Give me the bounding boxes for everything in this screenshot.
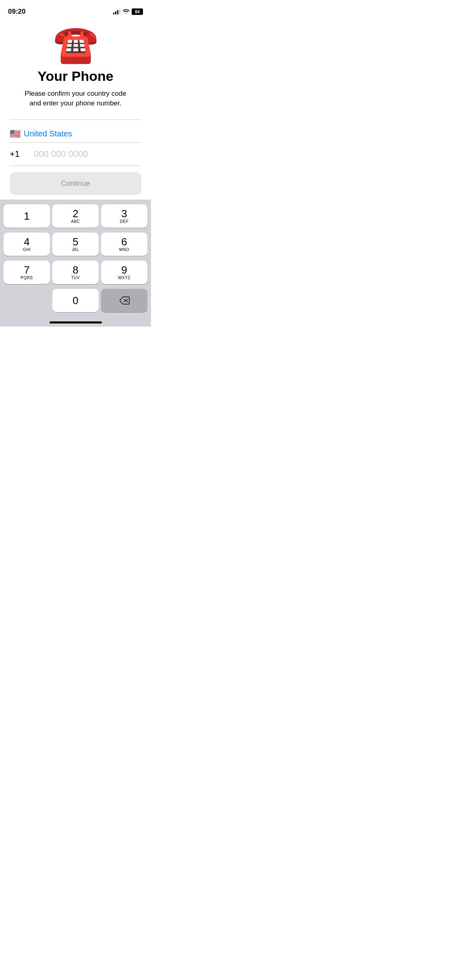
status-time: 09:20: [8, 8, 25, 16]
page-title: Your Phone: [37, 68, 113, 84]
keyboard-row-3: 7 PQRS 8 TUV 9 WXYZ: [2, 261, 149, 284]
battery-icon: 84: [132, 8, 143, 15]
key-1[interactable]: 1: [4, 204, 50, 228]
keyboard: 1 2 ABC 3 DEF 4 GHI 5 JKL 6 MNO 7 PQRS: [0, 200, 151, 327]
bottom-divider: [10, 165, 141, 166]
keyboard-row-1: 1 2 ABC 3 DEF: [2, 204, 149, 228]
country-code: +1: [10, 149, 24, 159]
delete-icon: [119, 296, 130, 305]
keyboard-row-2: 4 GHI 5 JKL 6 MNO: [2, 233, 149, 256]
continue-button[interactable]: Continue: [10, 172, 141, 195]
key-empty: [4, 289, 50, 312]
signal-bars-icon: [113, 9, 120, 14]
page-subtitle: Please confirm your country codeand ente…: [25, 89, 126, 108]
keyboard-row-4: 0: [2, 289, 149, 312]
top-divider: [10, 119, 141, 120]
phone-icon: ☎️: [53, 26, 98, 62]
country-name: United States: [24, 129, 72, 138]
country-flag: 🇺🇸: [10, 129, 21, 139]
key-5[interactable]: 5 JKL: [52, 233, 99, 256]
key-0[interactable]: 0: [52, 289, 99, 312]
delete-button[interactable]: [101, 289, 147, 312]
status-icons: 84: [113, 8, 143, 15]
status-bar: 09:20 84: [0, 0, 151, 18]
keyboard-bottom-spacer: [2, 317, 149, 325]
country-selector[interactable]: 🇺🇸 United States: [10, 126, 141, 142]
main-content: ☎️ Your Phone Please confirm your countr…: [0, 18, 151, 195]
key-7[interactable]: 7 PQRS: [4, 261, 50, 284]
key-2[interactable]: 2 ABC: [52, 204, 99, 228]
home-indicator: [50, 321, 102, 323]
phone-input-row: +1: [10, 143, 141, 165]
key-4[interactable]: 4 GHI: [4, 233, 50, 256]
key-8[interactable]: 8 TUV: [52, 261, 99, 284]
key-3[interactable]: 3 DEF: [101, 204, 147, 228]
key-9[interactable]: 9 WXYZ: [101, 261, 147, 284]
key-6[interactable]: 6 MNO: [101, 233, 147, 256]
wifi-icon: [123, 8, 129, 15]
phone-number-input[interactable]: [34, 149, 145, 159]
